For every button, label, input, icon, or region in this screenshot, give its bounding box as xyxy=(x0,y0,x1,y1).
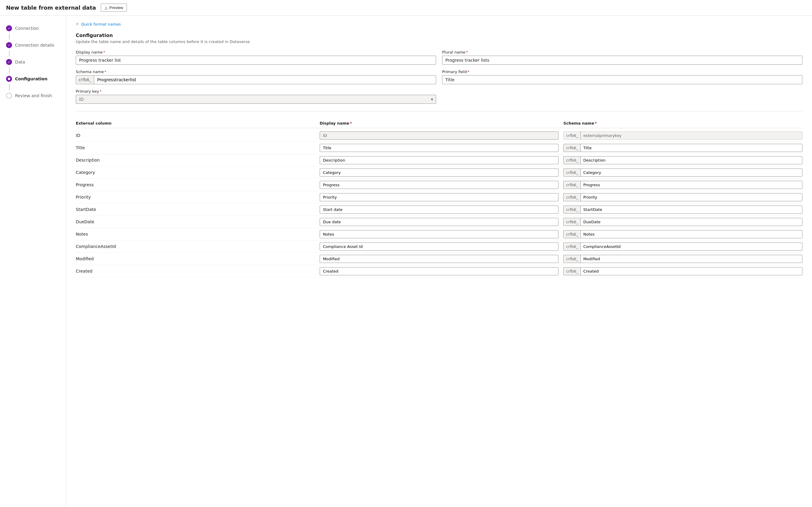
primary-key-row: Primary key* ID ▾ xyxy=(76,89,439,104)
schema-col-value-input[interactable] xyxy=(581,268,802,275)
display-input-wrapper xyxy=(320,169,559,177)
step-item-review[interactable]: Review and finish xyxy=(0,90,66,101)
preview-button[interactable]: △ Preview xyxy=(101,4,127,12)
plural-name-input[interactable] xyxy=(442,56,802,65)
display-name-label: Display name* xyxy=(76,50,436,54)
display-name-col-input[interactable] xyxy=(320,242,559,250)
quick-format-label: Quick format names xyxy=(81,22,121,26)
display-name-col-input[interactable] xyxy=(320,144,559,152)
external-col-value: Notes xyxy=(76,230,315,238)
schema-col-input-wrapper: crfb6_ xyxy=(563,181,802,189)
col-header-display: Display name* xyxy=(320,121,559,125)
primary-field-group: Primary field* xyxy=(442,69,802,84)
col-header-schema: Schema name* xyxy=(563,121,802,125)
table-row: Created crfb6_ xyxy=(76,265,802,277)
config-title: Configuration xyxy=(76,33,802,38)
step-label-data: Data xyxy=(15,60,25,64)
table-row: Modified crfb6_ xyxy=(76,253,802,265)
schema-name-label: Schema name* xyxy=(76,69,436,74)
schema-value-input[interactable] xyxy=(94,75,436,84)
schema-col-value-input[interactable] xyxy=(581,206,802,213)
schema-col-value-input[interactable] xyxy=(581,144,802,152)
display-input-wrapper xyxy=(320,267,559,275)
display-input-wrapper xyxy=(320,218,559,226)
step-item-data[interactable]: ✓ Data xyxy=(0,57,66,67)
step-item-configuration[interactable]: Configuration xyxy=(0,73,66,84)
format-icon: ⚡ xyxy=(76,22,79,26)
schema-col-prefix: crfb6_ xyxy=(564,157,581,164)
schema-col-prefix: crfb6_ xyxy=(564,193,581,201)
display-name-col-input[interactable] xyxy=(320,193,559,201)
schema-col-value-input[interactable] xyxy=(581,181,802,189)
schema-col-prefix: crfb6_ xyxy=(564,169,581,176)
step-item-connection-details[interactable]: ✓ Connection details xyxy=(0,40,66,51)
external-col-value: Category xyxy=(76,168,315,177)
schema-col-input-wrapper: crfb6_ xyxy=(563,255,802,263)
step-label-configuration: Configuration xyxy=(15,76,48,81)
table-row: Category crfb6_ xyxy=(76,166,802,179)
table-row: ComplianceAssetId crfb6_ xyxy=(76,240,802,253)
display-input-wrapper xyxy=(320,181,559,189)
page-title: New table from external data xyxy=(6,4,96,11)
step-item-connection[interactable]: ✓ Connection xyxy=(0,23,66,34)
table-row: Progress crfb6_ xyxy=(76,179,802,191)
primary-field-input[interactable] xyxy=(442,75,802,84)
step-label-connection-details: Connection details xyxy=(15,43,54,48)
step-circle-connection-details: ✓ xyxy=(6,42,12,48)
configuration-section: Configuration Update the table name and … xyxy=(76,33,802,104)
primary-key-select[interactable]: ID xyxy=(76,95,436,104)
step-connector-3 xyxy=(9,67,10,73)
external-col-value: Progress xyxy=(76,180,315,189)
schema-col-value-input[interactable] xyxy=(581,218,802,226)
schema-col-input-wrapper: crfb6_ xyxy=(563,144,802,152)
schema-col-prefix: crfb6_ xyxy=(564,268,581,275)
table-row: Priority crfb6_ xyxy=(76,191,802,204)
display-name-col-input[interactable] xyxy=(320,206,559,214)
display-name-col-input[interactable] xyxy=(320,255,559,263)
preview-icon: △ xyxy=(105,6,107,10)
divider xyxy=(76,111,802,111)
display-name-col-input[interactable] xyxy=(320,218,559,226)
schema-col-prefix: crfb6_ xyxy=(564,206,581,213)
display-input-wrapper xyxy=(320,193,559,201)
step-label-review: Review and finish xyxy=(15,93,52,98)
display-input-wrapper xyxy=(320,144,559,152)
display-name-col-input[interactable] xyxy=(320,156,559,164)
schema-col-value-input[interactable] xyxy=(581,193,802,201)
step-circle-connection: ✓ xyxy=(6,25,12,31)
schema-col-input-wrapper: crfb6_ xyxy=(563,242,802,250)
external-col-value: DueDate xyxy=(76,218,315,226)
schema-col-value-input[interactable] xyxy=(581,169,802,176)
display-name-input[interactable] xyxy=(76,56,436,65)
schema-col-input-wrapper: crfb6_ xyxy=(563,169,802,177)
display-name-col-input[interactable] xyxy=(320,131,559,139)
display-input-wrapper xyxy=(320,156,559,164)
step-circle-review xyxy=(6,93,12,99)
display-name-group: Display name* xyxy=(76,50,436,65)
step-circle-data: ✓ xyxy=(6,59,12,65)
schema-col-value-input[interactable] xyxy=(581,255,802,263)
schema-col-prefix: crfb6_ xyxy=(564,230,581,238)
display-input-wrapper xyxy=(320,230,559,238)
schema-col-prefix: crfb6_ xyxy=(564,218,581,226)
schema-col-value-input[interactable] xyxy=(581,243,802,250)
schema-col-prefix: crfb6_ xyxy=(564,144,581,152)
step-connector-2 xyxy=(9,51,10,57)
display-name-col-input[interactable] xyxy=(320,181,559,189)
schema-col-input-wrapper: crfb6_ xyxy=(563,156,802,164)
display-input-wrapper xyxy=(320,255,559,263)
display-input-wrapper xyxy=(320,206,559,214)
schema-col-input-wrapper: crfb6_ xyxy=(563,267,802,275)
display-name-col-input[interactable] xyxy=(320,230,559,238)
schema-col-input-wrapper: crfb6_ xyxy=(563,206,802,214)
plural-name-label: Plural name* xyxy=(442,50,802,54)
schema-row: Schema name* crfb6_ Primary field* xyxy=(76,69,802,84)
schema-col-value-input[interactable] xyxy=(581,230,802,238)
display-name-col-input[interactable] xyxy=(320,267,559,275)
external-col-value: Description xyxy=(76,156,315,164)
quick-format-btn[interactable]: ⚡ Quick format names xyxy=(76,22,802,26)
display-name-col-input[interactable] xyxy=(320,169,559,177)
schema-col-value-input[interactable] xyxy=(581,157,802,164)
display-input-wrapper xyxy=(320,131,559,139)
col-header-external: External column xyxy=(76,121,315,125)
